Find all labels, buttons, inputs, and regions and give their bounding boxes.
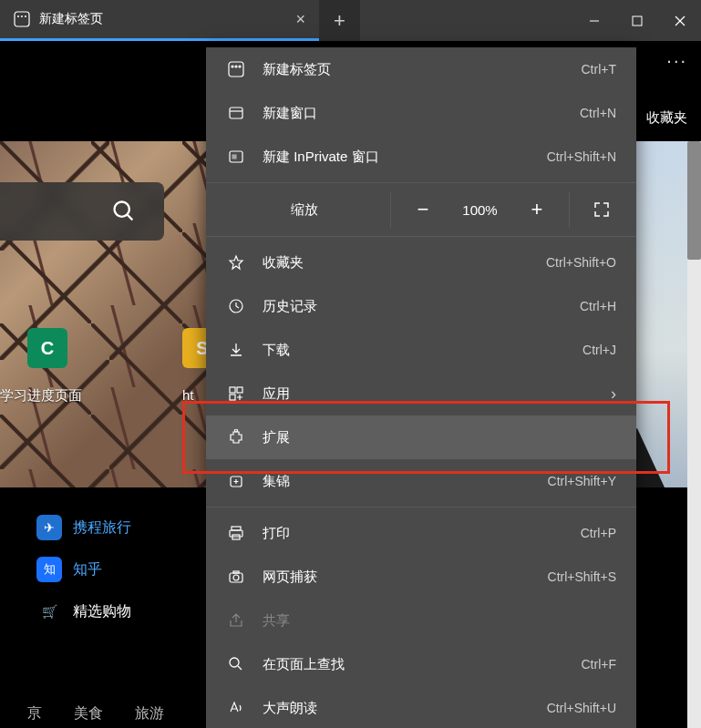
menu-label: 打印 [263,525,581,542]
menu-label: 在页面上查找 [263,656,582,673]
menu-shortcut: Ctrl+Shift+Y [548,474,616,488]
menu-label: 网页捕获 [263,569,548,586]
menu-shortcut: Ctrl+P [581,526,616,540]
svg-rect-20 [237,387,242,393]
search-icon [111,199,137,224]
svg-line-9 [128,215,133,220]
menu-find[interactable]: 在页面上查找 Ctrl+F [206,642,636,686]
favorites-label[interactable]: 收藏夹 [646,109,687,127]
more-menu-button[interactable]: ··· [666,50,687,71]
close-window-button[interactable] [658,0,701,41]
tab-favicon-icon [14,11,30,27]
print-icon [226,523,246,543]
titlebar: 新建标签页 × + [0,0,701,41]
menu-label: 下载 [263,342,582,359]
menu-new-inprivate[interactable]: 新建 InPrivate 窗口 Ctrl+Shift+N [206,135,636,179]
svg-point-8 [115,202,129,217]
menu-shortcut: Ctrl+Shift+N [547,149,616,164]
tab-title: 新建标签页 [39,11,103,27]
apps-icon [226,384,246,404]
menu-web-capture[interactable]: 网页捕获 Ctrl+Shift+S [206,555,636,599]
shopping-icon: 🛒 [36,599,62,624]
menu-new-window[interactable]: 新建窗口 Ctrl+N [206,91,636,135]
svg-line-31 [238,666,242,670]
search-box[interactable] [0,182,164,241]
menu-label: 历史记录 [263,298,580,315]
menu-apps[interactable]: 应用 › [206,372,636,415]
tile-c-glyph: C [41,338,54,359]
svg-rect-21 [230,395,235,400]
menu-label: 新建窗口 [263,105,580,122]
svg-rect-19 [230,387,235,393]
scrollbar-thumb[interactable] [687,141,701,260]
svg-point-22 [235,429,238,432]
menu-shortcut: Ctrl+Shift+O [546,255,616,270]
menu-shortcut: Ctrl+T [582,62,617,77]
menu-separator [206,236,636,237]
menu-label: 新建标签页 [263,61,582,78]
svg-rect-25 [230,530,242,537]
menu-label: 集锦 [263,473,548,490]
bottom-nav: 亰 美食 旅游 [27,704,164,723]
menu-separator [206,507,636,508]
menu-label: 收藏夹 [263,254,546,272]
menu-shortcut: Ctrl+F [582,657,617,672]
tile-c-label: 学习进度页面 [0,387,82,405]
menu-favorites[interactable]: 收藏夹 Ctrl+Shift+O [206,241,636,284]
zoom-in-button[interactable]: + [519,191,555,228]
tab-close-button[interactable]: × [295,10,305,29]
menu-history[interactable]: 历史记录 Ctrl+H [206,284,636,328]
menu-label: 新建 InPrivate 窗口 [263,149,547,166]
menu-downloads[interactable]: 下载 Ctrl+J [206,328,636,372]
menu-label: 共享 [263,612,616,630]
star-icon [226,252,246,272]
menu-shortcut: Ctrl+N [580,106,616,120]
zoom-out-button[interactable]: − [405,191,441,228]
minimize-button[interactable] [572,0,615,41]
menu-collections[interactable]: 集锦 Ctrl+Shift+Y [206,459,636,503]
inprivate-icon [226,147,246,167]
nav-item[interactable]: 美食 [74,704,103,723]
svg-point-28 [233,575,239,580]
menu-label: 扩展 [263,429,616,446]
ctrip-icon: ✈ [36,515,62,540]
menu-zoom-row: 缩放 − 100% + [206,187,636,232]
link-label: 携程旅行 [73,518,131,538]
maximize-button[interactable] [615,0,658,41]
menu-shortcut: Ctrl+Shift+S [548,569,616,584]
menu-shortcut: Ctrl+H [580,299,616,313]
svg-point-2 [21,15,23,17]
chevron-right-icon: › [611,385,616,404]
fullscreen-button[interactable] [583,191,620,228]
menu-extensions[interactable]: 扩展 [206,415,636,459]
zoom-value: 100% [455,202,505,218]
link-zhihu[interactable]: 知 知乎 [36,557,131,582]
link-ctrip[interactable]: ✈ 携程旅行 [36,515,131,540]
camera-icon [226,567,246,587]
menu-label: 大声朗读 [263,700,547,717]
svg-rect-14 [230,108,242,118]
extensions-icon [226,427,246,447]
link-shopping[interactable]: 🛒 精选购物 [36,599,131,624]
menu-separator [206,182,636,183]
svg-point-3 [25,15,26,17]
new-tab-button[interactable]: + [319,0,360,41]
menu-share: 共享 [206,599,636,642]
quick-links: ✈ 携程旅行 知 知乎 🛒 精选购物 [36,515,131,624]
menu-shortcut: Ctrl+Shift+U [547,701,616,715]
menu-new-tab[interactable]: 新建标签页 Ctrl+T [206,47,636,91]
nav-item[interactable]: 旅游 [135,704,164,723]
svg-rect-5 [633,16,642,26]
new-window-icon [226,103,246,123]
svg-point-11 [232,66,233,67]
nav-item[interactable]: 亰 [27,704,42,723]
find-icon [226,654,246,674]
menu-label: 应用 [263,385,611,403]
menu-print[interactable]: 打印 Ctrl+P [206,511,636,555]
quick-tile-c[interactable]: C [27,328,67,368]
tile-s-label: ht [182,387,194,403]
active-tab[interactable]: 新建标签页 × [0,0,319,41]
menu-read-aloud[interactable]: 大声朗读 Ctrl+Shift+U [206,686,636,728]
svg-rect-29 [233,571,239,573]
svg-point-12 [235,66,237,67]
